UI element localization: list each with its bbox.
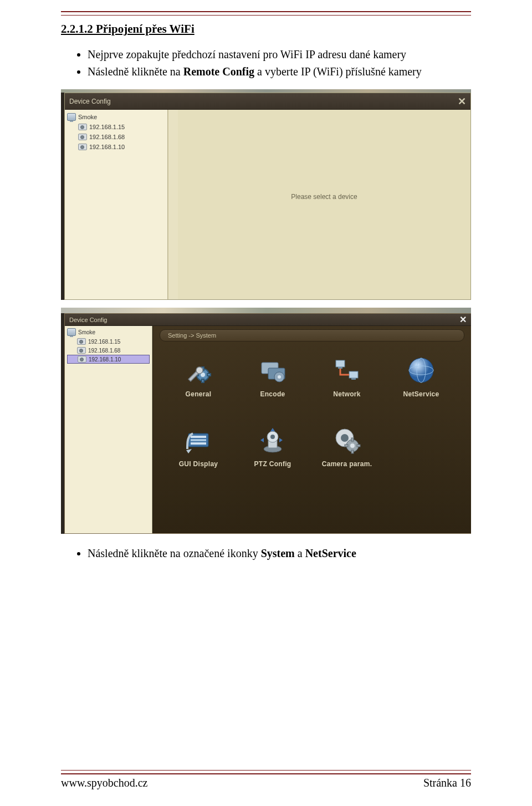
instruction-item: Nejprve zopakujte předchozí nastavení pr… xyxy=(88,46,471,63)
tree-item-label: 192.168.1.10 xyxy=(89,356,121,363)
svg-rect-20 xyxy=(191,439,206,441)
dialog-titlebar: Device Config ✕ xyxy=(65,314,471,326)
footer-url: www.spyobchod.cz xyxy=(61,777,147,789)
tree-item[interactable]: 192.168.1.10 xyxy=(67,142,165,152)
tree-item-selected[interactable]: 192.168.1.10 xyxy=(67,355,150,364)
close-icon[interactable]: ✕ xyxy=(459,314,467,325)
instruction-list-bottom: Následně klikněte na označené ikonky Sys… xyxy=(61,545,471,562)
section-title: 2.2.1.2 Připojení přes WiFi xyxy=(61,22,471,36)
svg-rect-4 xyxy=(207,374,211,376)
tree-root-label: Smoke xyxy=(78,329,95,335)
settings-item-netservice[interactable]: NetService xyxy=(388,355,454,398)
tree-root[interactable]: Smoke xyxy=(67,328,150,336)
svg-rect-21 xyxy=(191,442,206,445)
tree-root-label: Smoke xyxy=(78,114,97,120)
page-rule-bottom xyxy=(61,770,471,774)
camera-icon xyxy=(77,347,86,354)
settings-item-label: Network xyxy=(333,390,360,398)
monitor-icon xyxy=(67,328,76,336)
tree-item[interactable]: 192.168.1.15 xyxy=(67,337,150,346)
monitor-icon xyxy=(67,113,76,121)
svg-point-34 xyxy=(350,443,355,448)
tree-item[interactable]: 192.168.1.68 xyxy=(67,132,165,142)
camera-gear-icon xyxy=(331,425,362,456)
svg-point-6 xyxy=(196,367,203,374)
svg-point-26 xyxy=(270,435,275,439)
settings-item-ptz-config[interactable]: PTZ Config xyxy=(239,425,306,468)
settings-item-label: Camera param. xyxy=(322,460,372,468)
settings-panel: Setting -> System xyxy=(152,326,471,533)
encode-icon xyxy=(257,355,288,386)
svg-rect-12 xyxy=(349,371,358,378)
tree-item-label: 192.168.1.15 xyxy=(89,124,125,130)
svg-rect-19 xyxy=(191,436,206,438)
page-footer: www.spyobchod.cz Stránka 16 xyxy=(61,770,471,789)
settings-item-label: GUI Display xyxy=(179,460,218,468)
dialog-titlebar: Device Config ✕ xyxy=(65,93,470,110)
settings-item-general[interactable]: General xyxy=(165,355,232,398)
screenshot-device-config-empty: Device Config ✕ Smoke 192.168.1.15 192. xyxy=(61,89,471,300)
device-tree-panel: Smoke 192.168.1.15 192.168.1.68 192.168.… xyxy=(65,110,168,299)
display-icon xyxy=(183,425,214,456)
svg-rect-30 xyxy=(351,438,354,441)
settings-item-label: Encode xyxy=(260,390,285,398)
settings-item-network[interactable]: Network xyxy=(314,355,380,398)
settings-item-label: NetService xyxy=(403,390,439,398)
settings-item-encode[interactable]: Encode xyxy=(239,355,306,398)
breadcrumb: Setting -> System xyxy=(160,329,464,341)
svg-rect-31 xyxy=(351,450,354,453)
camera-icon xyxy=(78,124,87,130)
tree-item-label: 192.168.1.68 xyxy=(88,348,120,354)
settings-item-camera-param[interactable]: Camera param. xyxy=(314,425,380,468)
settings-item-label: General xyxy=(186,390,212,398)
close-icon[interactable]: ✕ xyxy=(458,95,466,108)
text-bold: Remote Config xyxy=(183,65,254,78)
text: a vyberte IP (WiFi) příslušné kamery xyxy=(254,65,422,78)
settings-icon-grid: General Encode xyxy=(165,355,459,468)
svg-point-15 xyxy=(409,358,433,382)
tree-item[interactable]: 192.168.1.15 xyxy=(67,122,165,132)
screenshot-device-config-system: Device Config ✕ Smoke 192.168.1.15 192. xyxy=(61,308,471,535)
camera-icon xyxy=(78,356,86,363)
svg-marker-22 xyxy=(186,449,192,453)
page-rule-top xyxy=(61,11,471,16)
footer-page-number: Stránka 16 xyxy=(423,777,471,789)
text: Následně klikněte na xyxy=(88,65,183,78)
tree-item-label: 192.168.1.15 xyxy=(88,339,120,345)
network-icon xyxy=(331,355,362,386)
svg-rect-13 xyxy=(338,367,342,369)
settings-item-label: PTZ Config xyxy=(254,460,291,468)
text: a xyxy=(295,547,305,559)
svg-rect-14 xyxy=(351,378,356,380)
text: Následně klikněte na označené ikonky xyxy=(88,547,261,559)
content-area: Please select a device xyxy=(178,110,470,299)
scrollbar[interactable] xyxy=(168,110,178,299)
camera-icon xyxy=(78,134,87,140)
placeholder-text: Please select a device xyxy=(178,193,470,201)
tree-item[interactable]: 192.168.1.68 xyxy=(67,346,150,355)
instruction-item: Následně klikněte na označené ikonky Sys… xyxy=(88,545,471,562)
tree-item-label: 192.168.1.10 xyxy=(89,144,125,150)
window-top-edge xyxy=(61,308,471,313)
instruction-item: Následně klikněte na Remote Config a vyb… xyxy=(88,63,471,80)
text-bold: NetService xyxy=(305,547,356,559)
svg-rect-33 xyxy=(357,445,360,447)
globe-icon xyxy=(406,355,437,386)
settings-item-gui-display[interactable]: GUI Display xyxy=(165,425,232,468)
instruction-list-top: Nejprve zopakujte předchozí nastavení pr… xyxy=(61,46,471,80)
camera-icon xyxy=(77,338,86,345)
dialog-title: Device Config xyxy=(69,98,111,105)
camera-icon xyxy=(78,144,87,150)
wrench-gear-icon xyxy=(183,355,214,386)
svg-rect-11 xyxy=(336,360,345,367)
dialog-title: Device Config xyxy=(69,317,107,323)
tree-item-label: 192.168.1.68 xyxy=(89,134,125,140)
tree-root[interactable]: Smoke xyxy=(67,113,165,121)
svg-point-28 xyxy=(341,434,349,442)
device-tree-panel: Smoke 192.168.1.15 192.168.1.68 192.168.… xyxy=(65,326,152,533)
text-bold: System xyxy=(261,547,295,559)
ptz-camera-icon xyxy=(257,425,288,456)
svg-rect-32 xyxy=(345,445,348,447)
svg-rect-2 xyxy=(202,379,204,382)
svg-point-10 xyxy=(278,375,281,379)
